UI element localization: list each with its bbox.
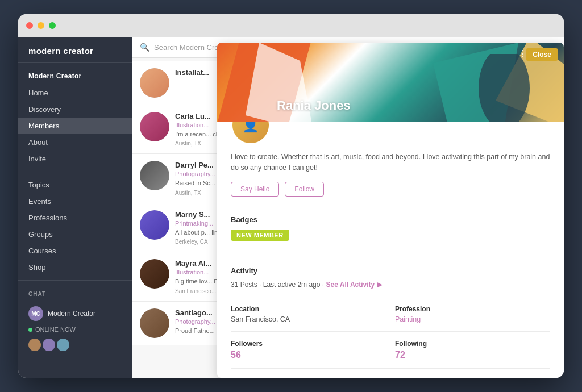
- location-value: San Francisco, CA: [231, 315, 386, 323]
- sidebar-logo: modern creator: [18, 37, 132, 63]
- followers-field: Followers 56: [231, 340, 386, 360]
- sidebar-item-courses[interactable]: Courses: [18, 243, 132, 259]
- sidebar-item-discovery[interactable]: Discovery: [18, 101, 132, 118]
- following-field: Following 72: [395, 340, 550, 360]
- profile-actions: Say Hello Follow: [231, 182, 550, 197]
- profile-grid: Location San Francisco, CA Profession Pa…: [231, 305, 550, 323]
- say-hello-button[interactable]: Say Hello: [231, 182, 279, 197]
- chat-group[interactable]: MC Modern Creator: [18, 303, 132, 324]
- sidebar-item-shop[interactable]: Shop: [18, 259, 132, 276]
- posts-count: 31 Posts: [231, 281, 257, 289]
- sidebar-divider-2: [18, 280, 132, 281]
- stats-grid: Followers 56 Following 72: [231, 340, 550, 360]
- profile-bio: I love to create. Whether that is art, m…: [231, 152, 550, 174]
- profile-name-overlay: Rania Jones: [277, 98, 351, 113]
- last-active: Last active 2m ago: [263, 281, 321, 289]
- profession-label: Profession: [395, 305, 550, 313]
- profile-overlay: ⋮ Close Rania Jones 👤 I love to create. …: [217, 43, 564, 378]
- online-avatar-2: [43, 339, 55, 351]
- sidebar-section-title: Modern Creator: [18, 63, 132, 85]
- dot-yellow[interactable]: [38, 22, 44, 29]
- sidebar-item-invite[interactable]: Invite: [18, 151, 132, 167]
- member-avatar-4: [140, 308, 169, 338]
- sidebar-divider: [18, 172, 132, 172]
- dot-red[interactable]: [26, 22, 33, 29]
- online-avatars: [18, 336, 132, 353]
- followers-label: Followers: [231, 340, 386, 348]
- profile-body: 👤 I love to create. Whether that is art,…: [217, 105, 564, 378]
- activity-row: 31 Posts · Last active 2m ago · See All …: [231, 281, 550, 289]
- online-avatar-3: [57, 339, 69, 351]
- sidebar-item-groups[interactable]: Groups: [18, 226, 132, 243]
- browser-window: modern creator Modern Creator Home Disco…: [18, 14, 564, 378]
- sidebar-item-members[interactable]: Members: [18, 118, 132, 134]
- divider-3: [231, 297, 550, 297]
- chat-avatar: MC: [28, 306, 43, 321]
- browser-chrome: [18, 14, 564, 37]
- location-field: Location San Francisco, CA: [231, 305, 386, 323]
- online-label: ONLINE NOW: [35, 326, 76, 333]
- main-area: 🔍 Search Modern Creator... Installat...: [132, 37, 564, 378]
- browser-content: modern creator Modern Creator Home Disco…: [18, 37, 564, 378]
- personal-links-title: Personal Links: [231, 377, 550, 378]
- following-label: Following: [395, 340, 550, 348]
- member-avatar-2: [140, 210, 169, 240]
- online-dot: [28, 328, 32, 332]
- member-avatar-top: [140, 68, 169, 98]
- divider-2: [231, 258, 550, 258]
- followers-value[interactable]: 56: [231, 350, 386, 360]
- new-member-badge: NEW MEMBER: [231, 230, 289, 241]
- sidebar-item-home[interactable]: Home: [18, 85, 132, 101]
- dot-green[interactable]: [49, 22, 56, 29]
- sidebar-item-topics[interactable]: Topics: [18, 177, 132, 193]
- following-value[interactable]: 72: [395, 350, 550, 360]
- chat-group-name: Modern Creator: [48, 310, 95, 318]
- online-avatar-1: [28, 339, 41, 351]
- member-avatar-0: [140, 112, 169, 141]
- search-icon: 🔍: [140, 43, 149, 52]
- activity-dot: ·: [259, 281, 263, 289]
- online-indicator: ONLINE NOW: [18, 324, 132, 336]
- sidebar-item-about[interactable]: About: [18, 134, 132, 151]
- chat-section-label: CHAT: [18, 285, 132, 303]
- sidebar-item-professions[interactable]: Professions: [18, 210, 132, 226]
- profile-header-image: ⋮ Close Rania Jones: [217, 43, 564, 122]
- close-button[interactable]: Close: [526, 48, 558, 61]
- follow-button[interactable]: Follow: [285, 182, 324, 197]
- profession-value[interactable]: Painting: [395, 315, 550, 323]
- sidebar-item-events[interactable]: Events: [18, 193, 132, 210]
- sidebar: modern creator Modern Creator Home Disco…: [18, 37, 132, 378]
- location-label: Location: [231, 305, 386, 313]
- activity-section-title: Activity: [231, 266, 550, 275]
- member-avatar-3: [140, 259, 169, 289]
- divider-4: [231, 331, 550, 332]
- profession-field: Profession Painting: [395, 305, 550, 323]
- member-avatar-1: [140, 161, 169, 190]
- divider-1: [231, 207, 550, 207]
- see-all-activity-link[interactable]: See All Activity ▶: [326, 281, 381, 289]
- header-shape-5: [479, 54, 530, 122]
- badges-section-title: Badges: [231, 215, 550, 224]
- divider-5: [231, 368, 550, 369]
